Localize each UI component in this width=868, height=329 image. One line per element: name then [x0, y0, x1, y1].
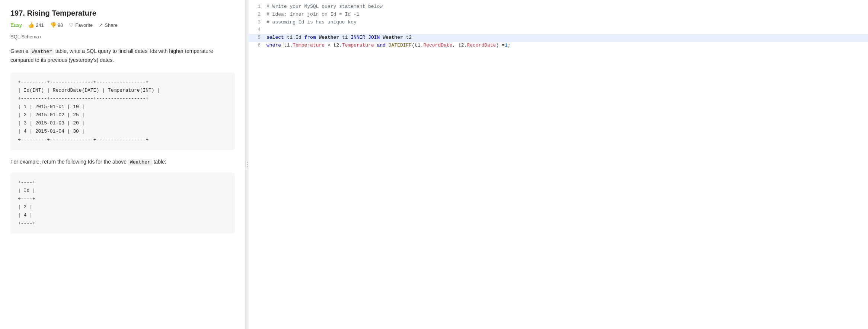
code-line-5: 5 select t1.Id from Weather t1 INNER JOI…	[249, 34, 868, 42]
result-table-line-3: +----+	[18, 195, 227, 203]
left-panel: 197. Rising Temperature Easy 👍 241 👎 98 …	[0, 0, 246, 329]
share-label: Share	[105, 22, 118, 28]
share-item[interactable]: ↗ Share	[99, 22, 118, 28]
main-table-line-6: | 3 | 2015-01-03 | 20 |	[18, 119, 227, 127]
line-number-4: 4	[249, 26, 267, 34]
result-table-block: +----+ | Id | +----+ | 2 | | 4 | +----+	[10, 173, 235, 234]
line-number-2: 2	[249, 11, 267, 19]
sql-schema-link[interactable]: SQL Schema ›	[10, 34, 235, 39]
main-table-line-4: | 1 | 2015-01-01 | 10 |	[18, 103, 227, 111]
dislikes-item: 👎 98	[50, 22, 63, 28]
result-table-line-2: | Id |	[18, 187, 227, 195]
line-content-2: # idea: inner join on Id = Id -1	[267, 11, 868, 19]
example-weather-code: Weather	[128, 159, 152, 165]
line-content-3: # assuming Id is has unique key	[267, 19, 868, 26]
result-table-line-6: +----+	[18, 219, 227, 228]
example-text: For example, return the following Ids fo…	[10, 158, 235, 167]
divider-dot-2	[247, 164, 248, 165]
main-table-line-3: +---------+---------------+-------------…	[18, 95, 227, 103]
panel-divider[interactable]	[246, 0, 249, 329]
main-table-line-1: +---------+---------------+-------------…	[18, 78, 227, 86]
share-icon: ↗	[99, 22, 103, 28]
problem-title: 197. Rising Temperature	[10, 9, 235, 18]
code-line-4: 4	[249, 26, 868, 34]
line-content-6: where t1.Temperature > t2.Temperature an…	[267, 42, 868, 50]
line-content-1: # Write your MySQL query statement below	[267, 3, 868, 11]
problem-description: Given a Weather table, write a SQL query…	[10, 47, 235, 65]
code-editor-panel[interactable]: 1 # Write your MySQL query statement bel…	[249, 0, 868, 329]
result-table-line-4: | 2 |	[18, 203, 227, 211]
main-table-line-8: +---------+---------------+-------------…	[18, 136, 227, 144]
code-line-6: 6 where t1.Temperature > t2.Temperature …	[249, 42, 868, 50]
thumbs-up-icon: 👍	[28, 22, 34, 28]
main-table-block: +---------+---------------+-------------…	[10, 72, 235, 150]
meta-row: Easy 👍 241 👎 98 ♡ Favorite ↗ Share	[10, 22, 235, 28]
main-table-line-2: | Id(INT) | RecordDate(DATE) | Temperatu…	[18, 86, 227, 95]
favorite-label: Favorite	[75, 22, 93, 28]
result-table-line-1: +----+	[18, 178, 227, 187]
weather-code-inline: Weather	[30, 48, 54, 55]
code-line-2: 2 # idea: inner join on Id = Id -1	[249, 11, 868, 19]
likes-item: 👍 241	[28, 22, 44, 28]
line-number-6: 6	[249, 42, 267, 50]
code-line-1: 1 # Write your MySQL query statement bel…	[249, 3, 868, 11]
line-content-5: select t1.Id from Weather t1 INNER JOIN …	[267, 34, 868, 42]
divider-handle	[247, 162, 248, 167]
line-number-3: 3	[249, 19, 267, 26]
result-table-line-5: | 4 |	[18, 211, 227, 219]
main-table-line-7: | 4 | 2015-01-04 | 30 |	[18, 127, 227, 136]
heart-icon: ♡	[69, 22, 74, 28]
dislikes-count: 98	[58, 22, 63, 28]
line-number-1: 1	[249, 3, 267, 11]
code-editor[interactable]: 1 # Write your MySQL query statement bel…	[249, 0, 868, 329]
difficulty-badge: Easy	[10, 22, 22, 28]
likes-count: 241	[36, 22, 44, 28]
main-table-line-5: | 2 | 2015-01-02 | 25 |	[18, 111, 227, 119]
line-number-5: 5	[249, 34, 267, 42]
favorite-item[interactable]: ♡ Favorite	[69, 22, 93, 28]
divider-dot-1	[247, 162, 248, 163]
sql-schema-label: SQL Schema	[10, 34, 39, 39]
divider-dot-3	[247, 166, 248, 167]
thumbs-down-icon: 👎	[50, 22, 56, 28]
code-line-3: 3 # assuming Id is has unique key	[249, 19, 868, 26]
chevron-right-icon: ›	[40, 34, 41, 39]
